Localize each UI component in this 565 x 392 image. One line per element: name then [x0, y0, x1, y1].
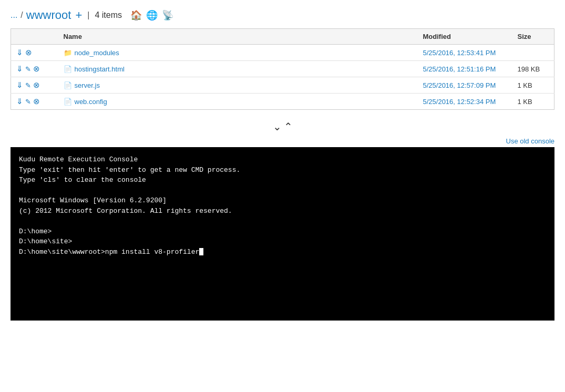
server-icon[interactable]: 📡 [162, 9, 173, 21]
row-size: 198 KB [512, 61, 554, 77]
row-name: 📄hostingstart.html [58, 61, 418, 77]
console-panel[interactable]: Kudu Remote Execution Console Type 'exit… [11, 147, 554, 321]
row-actions: ⇓⊗ [11, 45, 58, 61]
edit-icon[interactable]: ✎ [25, 65, 31, 73]
globe-icon[interactable]: 🌐 [146, 9, 158, 21]
col-size: Size [512, 29, 554, 45]
delete-icon[interactable]: ⊗ [33, 80, 40, 90]
collapse-icon[interactable]: ⌄ [273, 120, 282, 133]
nav-icons: 🏠 🌐 📡 [130, 9, 173, 21]
row-name: 📄server.js [58, 77, 418, 94]
add-button[interactable]: + [75, 8, 82, 22]
delete-icon[interactable]: ⊗ [25, 48, 32, 57]
download-icon[interactable]: ⇓ [16, 80, 23, 90]
row-name: 📁node_modules [58, 45, 418, 61]
file-name: node_modules [75, 49, 119, 57]
current-folder: wwwroot [26, 8, 71, 22]
home-icon[interactable]: 🏠 [130, 9, 142, 21]
row-name: 📄web.config [58, 94, 418, 110]
file-link[interactable]: 📄web.config [64, 98, 413, 106]
download-icon[interactable]: ⇓ [16, 97, 23, 106]
delete-icon[interactable]: ⊗ [33, 97, 40, 106]
file-link[interactable]: 📁node_modules [64, 49, 413, 57]
edit-icon[interactable]: ✎ [25, 81, 31, 89]
row-size [512, 45, 554, 61]
edit-icon[interactable]: ✎ [25, 98, 31, 106]
use-old-console-link[interactable]: Use old console [506, 137, 555, 145]
row-actions: ⇓✎⊗ [11, 61, 58, 77]
col-name: Name [58, 29, 418, 45]
file-icon: 📄 [64, 98, 72, 106]
file-link[interactable]: 📄server.js [64, 81, 413, 89]
row-modified: 5/25/2016, 12:52:34 PM [418, 94, 512, 110]
row-size: 1 KB [512, 77, 554, 94]
file-icon: 📄 [64, 65, 72, 73]
row-modified: 5/25/2016, 12:51:16 PM [418, 61, 512, 77]
row-modified: 5/25/2016, 12:57:09 PM [418, 77, 512, 94]
table-row: ⇓⊗📁node_modules5/25/2016, 12:53:41 PM [11, 45, 554, 61]
col-modified: Modified [418, 29, 512, 45]
file-name: hostingstart.html [75, 65, 125, 73]
row-modified: 5/25/2016, 12:53:41 PM [418, 45, 512, 61]
expand-icon[interactable]: ⌃ [284, 120, 293, 133]
row-actions: ⇓✎⊗ [11, 77, 58, 94]
col-actions [11, 29, 58, 45]
table-row: ⇓✎⊗📄hostingstart.html5/25/2016, 12:51:16… [11, 61, 554, 77]
console-cursor [199, 248, 203, 255]
file-icon: 📄 [64, 81, 72, 89]
file-name: web.config [75, 98, 107, 106]
row-actions: ⇓✎⊗ [11, 94, 58, 110]
parent-link[interactable]: ... [11, 11, 17, 20]
pipe-separator: | [87, 11, 89, 20]
toggle-section: ⌄ ⌃ [0, 110, 565, 137]
download-icon[interactable]: ⇓ [16, 48, 23, 57]
row-size: 1 KB [512, 94, 554, 110]
table-row: ⇓✎⊗📄web.config5/25/2016, 12:52:34 PM1 KB [11, 94, 554, 110]
file-name: server.js [75, 81, 100, 89]
items-count: 4 items [95, 11, 122, 20]
download-icon[interactable]: ⇓ [16, 64, 23, 74]
table-row: ⇓✎⊗📄server.js5/25/2016, 12:57:09 PM1 KB [11, 77, 554, 94]
delete-icon[interactable]: ⊗ [33, 64, 40, 74]
folder-icon: 📁 [64, 49, 72, 57]
breadcrumb-separator: / [20, 11, 23, 20]
file-table: Name Modified Size ⇓⊗📁node_modules5/25/2… [11, 28, 554, 110]
breadcrumb: ... / wwwroot + | 4 items 🏠 🌐 📡 [0, 0, 565, 28]
use-old-console-area: Use old console [0, 137, 565, 147]
file-link[interactable]: 📄hostingstart.html [64, 65, 413, 73]
